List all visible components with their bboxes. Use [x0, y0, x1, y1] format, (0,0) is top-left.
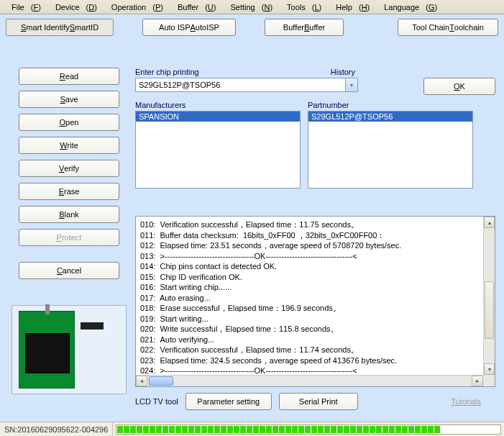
log-panel: 010: Verification successful，Elapsed tim… [135, 216, 495, 387]
menu-bar: File (F) Device (D) Operation (P) Buffer… [0, 0, 504, 14]
menu-buffer[interactable]: Buffer (U) [169, 1, 221, 13]
blank-button[interactable]: Blank [19, 206, 119, 223]
protect-button: Protect [19, 229, 119, 246]
read-button[interactable]: Read [19, 68, 119, 85]
enter-chip-label: Enter chip printing [135, 68, 199, 76]
menu-device[interactable]: Device (D) [47, 1, 101, 13]
save-button[interactable]: Save [19, 91, 119, 108]
chip-input[interactable] [135, 78, 346, 92]
menu-operation[interactable]: Operation (P) [103, 1, 168, 13]
write-button[interactable]: Write [19, 137, 119, 154]
scroll-left-icon[interactable]: ◂ [136, 376, 147, 386]
side-buttons: Read Save Open Write Verify Erase Blank … [12, 68, 127, 279]
status-bar: SN:20160629095622-004296 [0, 422, 504, 436]
toolchain-button[interactable]: Tool Chain Toolchain [398, 19, 498, 36]
chip-combo[interactable]: ▾ [135, 78, 358, 92]
horizontal-scrollbar[interactable]: ◂ ▸ [136, 375, 483, 386]
pcb-board [19, 311, 75, 389]
lcd-label: LCD TV tool [135, 397, 178, 406]
scroll-corner [483, 375, 495, 386]
menu-tools[interactable]: Tools (L) [278, 1, 326, 13]
serial-number: SN:20160629095622-004296 [0, 422, 113, 436]
verify-button[interactable]: Verify [19, 160, 119, 177]
tutorials-link[interactable]: Tutorials [436, 397, 495, 406]
history-label: History [331, 68, 355, 76]
log-text: 010: Verification successful，Elapsed tim… [136, 217, 495, 379]
menu-setting[interactable]: Setting (N) [221, 1, 277, 13]
list-item[interactable]: S29GL512P@TSOP56 [308, 112, 472, 122]
cancel-button[interactable]: Cancel [19, 262, 119, 279]
partnumber-label: Partnumber [308, 101, 473, 109]
chip-dropdown-icon[interactable]: ▾ [346, 78, 358, 92]
menu-file[interactable]: File (F) [3, 1, 45, 13]
menu-help[interactable]: Help (H) [327, 1, 374, 13]
ok-button[interactable]: OK [423, 78, 495, 95]
scroll-down-icon[interactable]: ▾ [484, 363, 495, 375]
list-item[interactable]: SPANSION [136, 112, 300, 122]
partnumber-list[interactable]: S29GL512P@TSOP56 [308, 111, 473, 189]
manufacturers-list[interactable]: SPANSION [135, 111, 301, 189]
manufacturers-label: Manufacturers [135, 101, 301, 109]
vertical-scrollbar[interactable]: ▴ ▾ [483, 217, 495, 375]
scroll-up-icon[interactable]: ▴ [484, 217, 495, 228]
scroll-thumb[interactable] [485, 281, 494, 339]
scroll-right-icon[interactable]: ▸ [472, 376, 483, 386]
progress-bar [116, 424, 501, 435]
header-connector [81, 322, 104, 330]
scroll-thumb-h[interactable] [149, 376, 173, 386]
smart-identify-button[interactable]: SSmart Identify SmartIDmart Identify Sma… [6, 19, 114, 36]
auto-isp-button[interactable]: Auto ISP AutoISP [142, 19, 236, 36]
parameter-setting-button[interactable]: Parameter setting [185, 393, 272, 410]
serial-print-button[interactable]: Serial Print [279, 393, 358, 410]
open-button[interactable]: Open [19, 114, 119, 131]
buffer-button[interactable]: Buffer Buffer [265, 19, 344, 36]
menu-language[interactable]: Language (G) [375, 1, 441, 13]
erase-button[interactable]: Erase [19, 183, 119, 200]
